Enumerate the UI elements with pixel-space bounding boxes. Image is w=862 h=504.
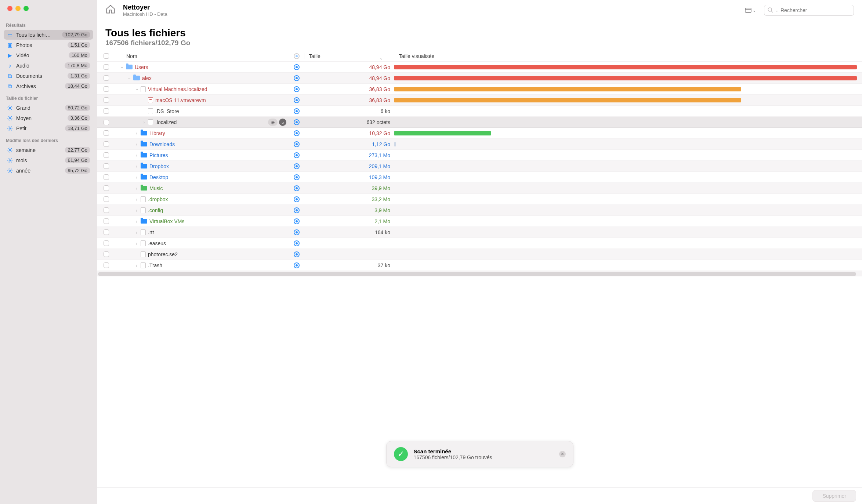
sidebar-item-archives[interactable]: ⧉Archives18,44 Go	[4, 81, 93, 91]
close-toast-button[interactable]: ✕	[559, 451, 566, 457]
file-row[interactable]: ›.config3,9 Mo	[97, 205, 862, 216]
locate-button[interactable]	[294, 196, 300, 202]
file-row[interactable]: photorec.se2	[97, 249, 862, 260]
file-row[interactable]: ›Downloads1,12 Go	[97, 139, 862, 150]
sidebar-item-grand[interactable]: Grand80,72 Go	[4, 103, 93, 113]
horizontal-scrollbar[interactable]	[97, 271, 862, 276]
sidebar-item-moyen[interactable]: Moyen3,36 Go	[4, 113, 93, 123]
file-row[interactable]: ›Music39,9 Mo	[97, 183, 862, 194]
locate-button[interactable]	[294, 97, 300, 103]
locate-button[interactable]	[294, 207, 300, 213]
locate-button[interactable]	[294, 240, 300, 246]
row-checkbox[interactable]	[104, 163, 109, 169]
locate-button[interactable]	[294, 75, 300, 81]
row-checkbox[interactable]	[104, 108, 109, 114]
sidebar-item-ann-e[interactable]: année95,72 Go	[4, 166, 93, 175]
reveal-button[interactable]: ⌕	[279, 119, 286, 126]
row-checkbox[interactable]	[104, 97, 109, 103]
locate-button[interactable]	[294, 163, 300, 169]
preview-button[interactable]: ◉	[268, 119, 278, 126]
row-checkbox[interactable]	[104, 75, 109, 81]
search-field[interactable]: ⌄	[764, 5, 854, 16]
locate-button[interactable]	[294, 185, 300, 191]
disclosure-triangle[interactable]: ⌄	[133, 87, 140, 91]
disclosure-triangle[interactable]: ›	[133, 197, 140, 202]
disclosure-triangle[interactable]: ›	[133, 164, 140, 168]
disclosure-triangle[interactable]: ›	[133, 263, 140, 268]
column-name[interactable]: Nom	[115, 53, 289, 59]
file-row[interactable]: ›Pictures273,1 Mo	[97, 150, 862, 161]
locate-button[interactable]	[294, 152, 300, 158]
locate-button[interactable]	[294, 130, 300, 136]
row-checkbox[interactable]	[104, 229, 109, 235]
locate-button[interactable]	[294, 64, 300, 70]
row-checkbox[interactable]	[104, 152, 109, 158]
sidebar-item-audio[interactable]: ♪Audio170,8 Mo	[4, 61, 93, 70]
disclosure-triangle[interactable]: ›	[133, 142, 140, 146]
file-row[interactable]: ›.rtt164 ko	[97, 227, 862, 238]
sidebar-item-photos[interactable]: ▣Photos1,51 Go	[4, 40, 93, 50]
file-row[interactable]: ›.easeus	[97, 238, 862, 249]
sidebar-item-petit[interactable]: Petit18,71 Go	[4, 123, 93, 133]
disclosure-triangle[interactable]: ›	[141, 120, 147, 124]
sidebar-item-documents[interactable]: 🗎Documents1,31 Go	[4, 71, 93, 81]
row-checkbox[interactable]	[104, 64, 109, 70]
column-visual[interactable]: Taille visualisée	[394, 53, 862, 59]
row-checkbox[interactable]	[104, 207, 109, 213]
column-size[interactable]: Taille ⌄	[304, 53, 394, 59]
row-checkbox[interactable]	[104, 196, 109, 202]
sidebar-item-semaine[interactable]: semaine22,77 Go	[4, 145, 93, 155]
row-checkbox[interactable]	[104, 130, 109, 136]
fullscreen-window-button[interactable]	[23, 6, 29, 11]
file-row[interactable]: ⌄Virtual Machines.localized36,83 Go	[97, 84, 862, 95]
sidebar-item-tous-les-fichi-[interactable]: ▭Tous les fichi…102,79 Go	[4, 30, 93, 40]
row-checkbox[interactable]	[104, 262, 109, 268]
sidebar-item-vid-o[interactable]: ▶Vidéo160 Mo	[4, 50, 93, 60]
row-checkbox[interactable]	[104, 141, 109, 147]
file-row[interactable]: ›.localized◉⌕632 octets	[97, 117, 862, 128]
file-row[interactable]: ⌄Users48,94 Go	[97, 62, 862, 73]
close-window-button[interactable]	[7, 6, 12, 11]
file-row[interactable]: .DS_Store6 ko	[97, 106, 862, 117]
minimize-window-button[interactable]	[15, 6, 21, 11]
disclosure-triangle[interactable]: ⌄	[119, 65, 125, 69]
row-checkbox[interactable]	[104, 240, 109, 246]
file-row[interactable]: ›VirtualBox VMs2,1 Mo	[97, 216, 862, 227]
file-row[interactable]: ›.Trash37 ko	[97, 260, 862, 271]
row-checkbox[interactable]	[104, 86, 109, 92]
row-checkbox[interactable]	[104, 174, 109, 180]
locate-button[interactable]	[294, 218, 300, 224]
disclosure-triangle[interactable]: ⌄	[126, 76, 133, 80]
disclosure-triangle[interactable]: ›	[133, 241, 140, 246]
locate-button[interactable]	[294, 86, 300, 92]
locate-button[interactable]	[294, 262, 300, 268]
disclosure-triangle[interactable]: ›	[133, 230, 140, 235]
search-input[interactable]	[780, 7, 851, 13]
file-row[interactable]: ›.dropbox33,2 Mo	[97, 194, 862, 205]
file-row[interactable]: macOS 11.vmwarevm36,83 Go	[97, 95, 862, 106]
delete-button[interactable]: Supprimer	[812, 490, 856, 502]
row-checkbox[interactable]	[104, 251, 109, 257]
file-row[interactable]: ›Dropbox209,1 Mo	[97, 161, 862, 172]
select-all-checkbox[interactable]	[104, 53, 109, 59]
sidebar-item-mois[interactable]: mois61,94 Go	[4, 155, 93, 165]
row-checkbox[interactable]	[104, 185, 109, 191]
disclosure-triangle[interactable]: ›	[133, 131, 140, 135]
row-checkbox[interactable]	[104, 218, 109, 224]
disclosure-triangle[interactable]: ›	[133, 175, 140, 180]
disclosure-triangle[interactable]: ›	[133, 153, 140, 157]
file-row[interactable]: ›Desktop109,3 Mo	[97, 172, 862, 183]
locate-button[interactable]	[294, 141, 300, 147]
location-column-icon[interactable]	[294, 53, 300, 59]
locate-button[interactable]	[294, 174, 300, 180]
scrollbar-thumb[interactable]	[98, 272, 856, 276]
locate-button[interactable]	[294, 119, 300, 125]
locate-button[interactable]	[294, 229, 300, 235]
view-options-button[interactable]: ⌄	[742, 6, 759, 14]
file-row[interactable]: ›Library10,32 Go	[97, 128, 862, 139]
disclosure-triangle[interactable]: ›	[133, 186, 140, 191]
file-row[interactable]: ⌄alex48,94 Go	[97, 73, 862, 84]
locate-button[interactable]	[294, 108, 300, 114]
locate-button[interactable]	[294, 251, 300, 257]
disclosure-triangle[interactable]: ›	[133, 219, 140, 224]
